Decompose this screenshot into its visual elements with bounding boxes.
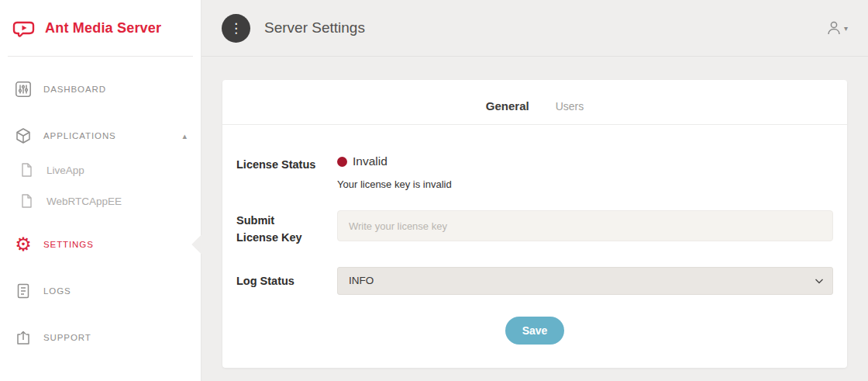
tab-general[interactable]: General <box>486 99 529 113</box>
app-window: Ant Media Server DASHBOARD <box>0 0 868 381</box>
sidebar-item-label: SUPPORT <box>43 333 91 342</box>
support-icon <box>14 328 33 347</box>
file-icon <box>17 192 36 210</box>
sidebar-nav: DASHBOARD APPLICATIONS ▴ <box>0 57 201 356</box>
save-row: Save <box>236 317 833 345</box>
settings-form: License Status Invalid Your license key … <box>222 125 847 368</box>
tab-bar: General Users <box>222 80 847 125</box>
submit-license-value <box>337 210 833 241</box>
license-status-text: Invalid <box>353 154 388 168</box>
sidebar-item-label: WebRTCAppEE <box>46 196 122 207</box>
page-title: Server Settings <box>264 19 365 36</box>
user-icon <box>825 19 842 36</box>
license-status-row: License Status Invalid Your license key … <box>236 154 833 190</box>
log-status-row: Log Status INFO <box>236 267 833 295</box>
sidebar-item-liveapp[interactable]: LiveApp <box>0 154 201 185</box>
sidebar-item-logs[interactable]: LOGS <box>0 272 201 310</box>
license-key-input[interactable] <box>337 210 833 241</box>
sidebar-item-webrtcappee[interactable]: WebRTCAppEE <box>0 185 201 216</box>
sidebar-item-label: DASHBOARD <box>43 85 106 94</box>
sidebar-item-label: SETTINGS <box>43 240 94 249</box>
sidebar-item-support[interactable]: SUPPORT <box>0 319 201 356</box>
logs-icon <box>14 282 33 300</box>
license-status-label: License Status <box>236 154 337 173</box>
content-area: General Users License Status Invalid You… <box>202 57 868 381</box>
chevron-down-icon: ▾ <box>844 24 848 33</box>
log-status-label: Log Status <box>236 272 337 289</box>
main-area: ⋮ Server Settings ▾ General Users <box>202 0 868 381</box>
license-status-detail: Your license key is invalid <box>337 178 833 190</box>
file-icon <box>17 161 36 179</box>
kebab-menu-button[interactable]: ⋮ <box>222 14 250 43</box>
sidebar-item-dashboard[interactable]: DASHBOARD <box>0 71 201 108</box>
log-status-select[interactable]: INFO <box>337 267 833 295</box>
applications-icon <box>14 126 33 145</box>
brand-logo[interactable]: Ant Media Server <box>0 0 201 56</box>
sidebar: Ant Media Server DASHBOARD <box>0 0 202 381</box>
gear-icon: ⚙ <box>14 235 33 254</box>
sidebar-item-settings[interactable]: ⚙ SETTINGS <box>0 226 201 263</box>
license-status-value: Invalid Your license key is invalid <box>337 154 833 190</box>
header: ⋮ Server Settings ▾ <box>202 0 868 57</box>
submit-license-row: Submit License Key <box>236 210 833 247</box>
status-dot-icon <box>337 157 347 167</box>
tab-users[interactable]: Users <box>556 100 584 113</box>
sidebar-item-applications[interactable]: APPLICATIONS ▴ <box>0 117 201 154</box>
chevron-up-icon[interactable]: ▴ <box>182 131 187 141</box>
settings-card: General Users License Status Invalid You… <box>222 80 847 368</box>
user-menu-button[interactable]: ▾ <box>825 19 848 36</box>
log-status-select-wrap: INFO <box>337 267 833 295</box>
kebab-icon: ⋮ <box>229 20 243 36</box>
sidebar-item-label: LOGS <box>43 286 71 296</box>
sidebar-item-label: LiveApp <box>46 165 84 176</box>
dashboard-icon <box>14 80 33 99</box>
sidebar-item-label: APPLICATIONS <box>43 131 116 140</box>
brand-name: Ant Media Server <box>45 20 161 36</box>
ant-media-logo-icon <box>11 15 37 41</box>
save-button[interactable]: Save <box>505 317 565 345</box>
submit-license-label: Submit License Key <box>236 210 337 247</box>
